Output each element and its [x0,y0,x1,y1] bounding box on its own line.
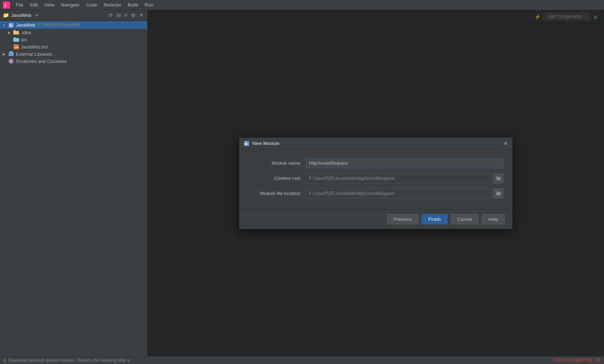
module-file-location-input[interactable] [306,188,492,199]
module-file-location-input-wrapper [306,188,504,199]
cancel-button[interactable]: Cancel [451,214,479,224]
menu-item-run[interactable]: Run [142,1,156,8]
csdn-label: CSDN @在森林中慢了鹿 [553,357,601,363]
xml-icon-iml: XML [13,44,19,50]
tree-label-extlibs: External Libraries [16,51,52,57]
menu-item-navigate[interactable]: Navigate [58,1,82,8]
dialog-title-bar: M New Module ✕ [239,138,512,150]
tree-label-src: src [21,37,27,42]
svg-rect-6 [9,53,14,56]
svg-text:M: M [245,142,248,146]
menu-item-refactor[interactable]: Refactor [101,1,124,8]
project-title[interactable]: JavaWeb [11,13,31,18]
libs-icon [8,51,14,57]
module-name-label: Module name: [248,160,306,166]
warning-icon: ⚠ [3,358,7,363]
close-sidebar-icon[interactable]: ✕ [139,12,144,19]
folder-icon-src [13,37,19,42]
tree-caret-idea: ▶ [8,31,13,35]
tree-item-javaweb[interactable]: ▾ M JavaWeb F:\Java代码\JavaWeb [0,21,147,29]
collapse-all-icon[interactable]: ⊟ [116,12,122,19]
new-module-icon: M [244,141,249,146]
previous-button[interactable]: Previous [387,214,419,224]
scratches-icon: S [8,58,14,64]
status-bar-right: CSDN @在森林中慢了鹿 [553,357,601,363]
content-root-label: Content root: [248,176,306,181]
finish-button[interactable]: Finish [422,214,448,224]
project-folder-icon: 📁 [3,12,9,18]
right-panel: ⚡ Add Configuration... ▶ M New Module ✕ [148,10,604,356]
browse-folder-icon [496,176,501,181]
form-row-content-root: Content root: [248,173,504,183]
svg-text:S: S [10,60,12,63]
menu-item-build[interactable]: Build [125,1,141,8]
menu-item-code[interactable]: Code [83,1,100,8]
settings-icon[interactable]: ⚙ [130,12,136,19]
form-row-module-name: Module name: [248,158,504,168]
tree-label-idea: .idea [21,30,31,35]
dialog-body: Module name: Content root: [239,150,512,209]
sync-icon[interactable]: ⟳ [108,12,114,19]
tree-label-scratches: Scratches and Consoles [16,59,67,64]
help-button[interactable]: Help [482,214,505,224]
module-name-input-wrapper [306,158,504,168]
module-file-location-browse-button[interactable] [493,188,504,199]
svg-text:XML: XML [14,46,19,49]
module-name-input[interactable] [306,158,504,168]
svg-text:J: J [4,3,6,8]
tree-item-src[interactable]: ▶ src [0,36,147,43]
folder-icon-idea [13,29,19,35]
sidebar: 📁 JavaWeb ▼ ⟳ ⊟ ≡ ⚙ ✕ ▾ M JavaWeb [0,10,148,356]
expand-icon[interactable]: ≡ [124,12,128,19]
menu-item-view[interactable]: View [41,1,57,8]
browse-folder-icon-2 [496,191,501,196]
new-module-dialog: M New Module ✕ Module name: [239,137,513,229]
tree-item-scratches[interactable]: ▶ S Scratches and Consoles [0,58,147,65]
menu-bar: J File Edit View Navigate Code Refactor … [0,0,604,10]
form-row-module-file-location: Module file location: [248,188,504,199]
menu-item-file[interactable]: File [13,1,26,8]
app-logo: J [3,1,10,9]
menu-item-edit[interactable]: Edit [27,1,41,8]
tree-caret-javaweb: ▾ [3,23,8,27]
module-icon: M [8,22,14,28]
module-file-location-label: Module file location: [248,191,306,196]
status-bar-left: ⚠ Download pre-built shared indexes: Red… [3,358,130,363]
dialog-title: M New Module [244,141,280,146]
svg-text:M: M [9,24,12,27]
sidebar-header-icons: ⟳ ⊟ ≡ ⚙ ✕ [108,12,144,19]
status-message: Download pre-built shared indexes: Reduc… [8,358,130,363]
project-title-caret: ▼ [35,13,39,17]
dialog-overlay: M New Module ✕ Module name: [148,10,604,356]
tree-path-javaweb: F:\Java代码\JavaWeb [37,22,79,28]
status-bar: ⚠ Download pre-built shared indexes: Red… [0,356,604,364]
tree-item-extlibs[interactable]: ▶ External Libraries [0,50,147,58]
tree-caret-extlibs: ▶ [3,52,8,56]
tree-label-javaweb: JavaWeb [16,22,35,28]
dialog-footer: Previous Finish Cancel Help [239,209,512,229]
dialog-close-button[interactable]: ✕ [503,141,508,146]
svg-rect-7 [9,51,13,53]
content-root-input[interactable] [306,173,492,183]
content-root-browse-button[interactable] [493,173,504,183]
tree-item-iml[interactable]: ▶ XML JavaWeb.iml [0,43,147,50]
content-root-input-wrapper [306,173,504,183]
project-title-bar: 📁 JavaWeb ▼ ⟳ ⊟ ≡ ⚙ ✕ [0,10,147,21]
tree-item-idea[interactable]: ▶ .idea [0,29,147,36]
tree-area: ▾ M JavaWeb F:\Java代码\JavaWeb ▶ .idea ▶ [0,21,147,356]
main-area: 📁 JavaWeb ▼ ⟳ ⊟ ≡ ⚙ ✕ ▾ M JavaWeb [0,10,604,356]
tree-label-iml: JavaWeb.iml [21,44,48,50]
